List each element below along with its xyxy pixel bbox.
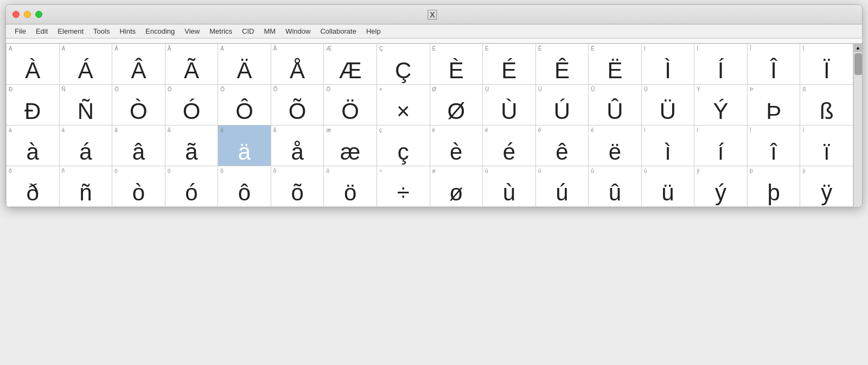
glyph-cell[interactable]: ÑÑ [60,85,113,125]
glyph-cell[interactable]: ÙÙ [483,85,536,125]
glyph-cell[interactable]: ââ [112,125,165,166]
glyph-cell[interactable]: ûû [589,166,642,207]
glyph-cell[interactable]: àà [7,125,60,166]
glyph-cell[interactable]: üü [642,166,695,207]
menu-metrics[interactable]: Metrics [205,26,237,37]
minimize-button[interactable] [24,11,31,18]
menubar: FileEditElementToolsHintsEncodingViewMet… [6,24,862,39]
glyph-cell[interactable]: åå [271,125,324,166]
glyph-cell[interactable]: ÓÓ [165,85,219,125]
scroll-thumb[interactable] [854,53,862,75]
glyph-cell[interactable]: ÛÛ [589,85,642,125]
glyph-large-char: æ [340,141,360,163]
glyph-small-label: Ù [485,87,489,92]
glyph-cell[interactable]: óó [165,166,219,207]
glyph-cell[interactable]: ææ [324,125,377,166]
menu-view[interactable]: View [180,26,204,37]
glyph-cell[interactable]: ×× [377,85,430,125]
scrollbar[interactable]: ▲ [853,43,862,207]
glyph-cell[interactable]: ËË [589,44,642,85]
glyph-cell[interactable]: ÐÐ [7,85,60,125]
menu-help[interactable]: Help [362,26,385,37]
glyph-small-label: ï [802,128,804,133]
glyph-cell[interactable]: ÒÒ [112,85,165,125]
glyph-cell[interactable]: þþ [748,166,801,207]
glyph-cell[interactable]: ää [218,125,271,166]
glyph-large-char: À [25,59,40,82]
glyph-cell[interactable]: úú [536,166,589,207]
menu-hints[interactable]: Hints [115,26,140,37]
menu-window[interactable]: Window [281,26,315,37]
menu-file[interactable]: File [10,26,30,37]
glyph-large-char: Ö [341,100,359,123]
glyph-cell[interactable]: îî [748,125,801,166]
glyph-large-char: Å [290,59,305,82]
menu-cid[interactable]: CID [238,26,258,37]
glyph-large-char: Í [718,59,724,82]
glyph-small-label: Ø [432,87,437,92]
glyph-cell[interactable]: ÀÀ [7,44,60,85]
glyph-cell[interactable]: ÇÇ [377,44,430,85]
glyph-cell[interactable]: ÅÅ [271,44,324,85]
glyph-cell[interactable]: ÊÊ [536,44,589,85]
menu-tools[interactable]: Tools [89,26,114,37]
glyph-cell[interactable]: ÃÃ [165,44,219,85]
menu-collaborate[interactable]: Collaborate [316,26,361,37]
glyph-cell[interactable]: ÍÍ [694,44,748,85]
glyph-large-char: Ä [237,59,252,82]
glyph-cell[interactable]: ùù [483,166,536,207]
glyph-large-char: Û [607,100,623,123]
glyph-cell[interactable]: áá [60,125,113,166]
glyph-small-label: ÿ [802,168,805,174]
glyph-cell[interactable]: ÁÁ [60,44,113,85]
glyph-cell[interactable]: ÖÖ [324,85,377,125]
menu-edit[interactable]: Edit [31,26,52,37]
glyph-cell[interactable]: ÎÎ [748,44,801,85]
glyph-cell[interactable]: êê [536,125,589,166]
glyph-cell[interactable]: éé [483,125,536,166]
glyph-cell[interactable]: ìì [642,125,695,166]
glyph-cell[interactable]: ÷÷ [377,166,430,207]
glyph-cell[interactable]: øø [430,166,483,207]
menu-element[interactable]: Element [53,26,88,37]
glyph-cell[interactable]: ßß [800,85,853,125]
menu-encoding[interactable]: Encoding [141,26,179,37]
glyph-large-char: ó [185,181,197,204]
glyph-cell[interactable]: ïï [800,125,853,166]
glyph-small-label: Ó [168,87,172,92]
glyph-cell[interactable]: íí [694,125,748,166]
glyph-cell[interactable]: ÔÔ [218,85,271,125]
glyph-cell[interactable]: ÚÚ [536,85,589,125]
glyph-cell[interactable]: ÌÌ [642,44,695,85]
glyph-cell[interactable]: ØØ [430,85,483,125]
menu-mm[interactable]: MM [260,26,280,37]
glyph-cell[interactable]: õõ [271,166,324,207]
glyph-cell[interactable]: ÉÉ [483,44,536,85]
glyph-large-char: è [450,141,462,163]
glyph-cell[interactable]: òò [112,166,165,207]
glyph-cell[interactable]: ýý [694,166,748,207]
glyph-large-char: Ý [713,100,729,123]
glyph-large-char: õ [291,181,303,204]
close-button[interactable] [12,11,20,18]
scroll-up-arrow[interactable]: ▲ [854,43,863,52]
glyph-cell[interactable]: ëë [589,125,642,166]
glyph-cell[interactable]: ôô [218,166,271,207]
glyph-cell[interactable]: èè [430,125,483,166]
glyph-cell[interactable]: ãã [165,125,219,166]
glyph-cell[interactable]: ÆÆ [324,44,377,85]
glyph-cell[interactable]: ññ [60,166,113,207]
glyph-cell[interactable]: ÄÄ [218,44,271,85]
glyph-cell[interactable]: çç [377,125,430,166]
glyph-cell[interactable]: ÞÞ [748,85,801,125]
glyph-cell[interactable]: ÿÿ [800,166,853,207]
glyph-cell[interactable]: ÜÜ [642,85,695,125]
glyph-cell[interactable]: öö [324,166,377,207]
glyph-cell[interactable]: ÏÏ [800,44,853,85]
maximize-button[interactable] [35,11,42,18]
glyph-cell[interactable]: ÂÂ [112,44,165,85]
glyph-cell[interactable]: ÈÈ [430,44,483,85]
glyph-cell[interactable]: ðð [7,166,60,207]
glyph-cell[interactable]: ÝÝ [694,85,748,125]
glyph-cell[interactable]: ÕÕ [271,85,324,125]
